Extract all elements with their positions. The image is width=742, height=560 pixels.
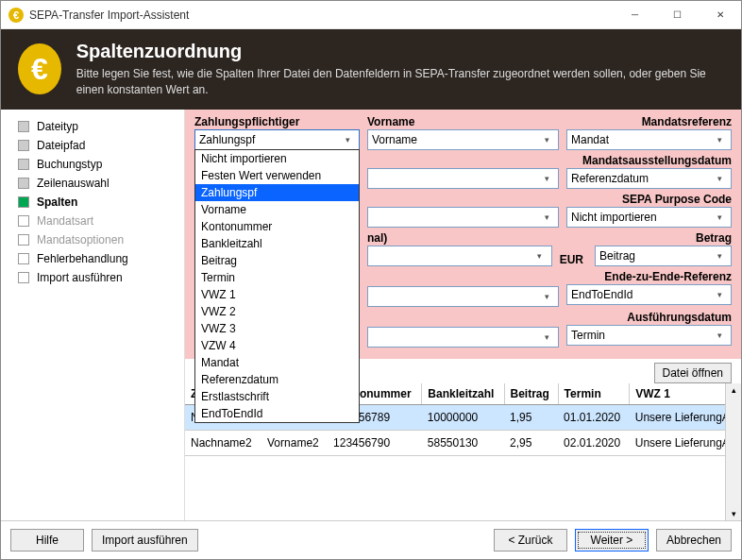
dropdown-option[interactable]: VZW 4 [195, 337, 359, 354]
col-beitrag[interactable]: Beitrag [504, 383, 558, 405]
run-import-button[interactable]: Import ausführen [92, 529, 198, 552]
step-dateityp[interactable]: Dateityp [37, 120, 177, 133]
euro-icon: € [18, 43, 61, 94]
wizard-steps: Dateityp Dateipfad Buchungstyp Zeilenaus… [1, 110, 185, 520]
chevron-down-icon: ▾ [539, 332, 554, 342]
dropdown-zahlungspflichtiger[interactable]: Nicht importierenFesten Wert verwendenZa… [194, 149, 360, 423]
label-ausfuehrungsdatum: Ausführungsdatum [566, 311, 732, 324]
maximize-button[interactable]: ☐ [656, 1, 699, 28]
col-vwz1[interactable]: VWZ 1 [630, 383, 741, 405]
dropdown-option[interactable]: Mandat [195, 354, 359, 371]
dropdown-option[interactable]: Nicht importieren [195, 150, 359, 167]
dropdown-option[interactable]: Referenzdatum [195, 371, 359, 388]
col-termin[interactable]: Termin [558, 383, 630, 405]
dropdown-option[interactable]: VWZ 1 [195, 286, 359, 303]
chevron-down-icon: ▾ [539, 212, 554, 222]
chevron-down-icon: ▾ [340, 135, 355, 144]
step-spalten[interactable]: Spalten [37, 195, 177, 209]
label-vorname: Vorname [367, 115, 559, 128]
combo-zahlungspflichtiger[interactable]: Zahlungspf ▾ [194, 129, 360, 150]
step-mandatsart: Mandatsart [37, 214, 177, 228]
combo-hidden-5[interactable]: ▾ [367, 327, 559, 348]
dropdown-option[interactable]: Festen Wert verwenden [195, 167, 359, 184]
chevron-down-icon: ▾ [712, 212, 727, 222]
chevron-down-icon: ▾ [712, 290, 727, 299]
label-mandatsausstellungsdatum: Mandatsausstellungsdatum [566, 154, 732, 167]
label-mandatsreferenz: Mandatsreferenz [566, 115, 732, 128]
close-button[interactable]: ✕ [699, 1, 741, 28]
chevron-down-icon: ▾ [712, 251, 727, 261]
chevron-down-icon: ▾ [712, 135, 727, 144]
step-dateipfad[interactable]: Dateipfad [37, 139, 177, 152]
dropdown-option[interactable]: Kontonummer [195, 218, 359, 235]
label-betrag: Betrag [595, 231, 732, 245]
dropdown-option[interactable]: Erstlastschrift [195, 388, 359, 405]
help-button[interactable]: Hilfe [10, 529, 84, 552]
step-import-ausfuehren[interactable]: Import ausführen [37, 271, 177, 284]
page-title: Spaltenzuordnung [76, 41, 724, 62]
dropdown-option[interactable]: Bankleitzahl [195, 235, 359, 252]
combo-vorname[interactable]: Vorname ▾ [367, 129, 559, 150]
dropdown-option[interactable]: EndToEndId [195, 405, 359, 422]
dropdown-option[interactable]: Zahlungspf [195, 184, 359, 201]
dropdown-option[interactable]: Beitrag [195, 252, 359, 269]
combo-mandatsausstellungsdatum[interactable]: Referenzdatum ▾ [566, 168, 732, 189]
dropdown-option[interactable]: Termin [195, 269, 359, 286]
label-ende-referenz: Ende-zu-Ende-Referenz [566, 270, 732, 283]
currency-label: EUR [560, 249, 587, 266]
combo-ende-referenz[interactable]: EndToEndId ▾ [566, 284, 732, 305]
combo-mandatsreferenz[interactable]: Mandat ▾ [566, 129, 732, 150]
combo-hidden-1[interactable]: ▾ [367, 168, 559, 189]
col-bankleitzahl[interactable]: Bankleitzahl [422, 383, 504, 405]
chevron-down-icon: ▾ [532, 251, 548, 261]
step-mandatsoptionen: Mandatsoptionen [37, 233, 177, 246]
dropdown-option[interactable]: VWZ 2 [195, 303, 359, 320]
combo-sepa-purpose[interactable]: Nicht importieren ▾ [566, 207, 732, 228]
combo-hidden-4[interactable]: ▾ [367, 286, 559, 307]
combo-ausfuehrungsdatum[interactable]: Termin ▾ [566, 325, 732, 346]
label-partial-nal: nal) [367, 231, 552, 245]
step-fehlerbehandlung[interactable]: Fehlerbehandlung [37, 252, 177, 265]
combo-betrag[interactable]: Beitrag ▾ [595, 246, 732, 266]
label-zahlungspflichtiger: Zahlungspflichtiger [194, 115, 360, 128]
table-row[interactable]: Nachname2 Vorname2 123456790 58550130 2,… [185, 430, 741, 455]
chevron-down-icon: ▾ [539, 292, 554, 301]
window-title: SEPA-Transfer Import-Assistent [29, 8, 614, 22]
scroll-up-icon[interactable]: ▴ [732, 383, 736, 397]
minimize-button[interactable]: ─ [614, 1, 656, 28]
dropdown-option[interactable]: VWZ 3 [195, 320, 359, 337]
app-icon: € [8, 8, 24, 23]
chevron-down-icon: ▾ [712, 331, 727, 340]
chevron-down-icon: ▾ [712, 174, 727, 183]
chevron-down-icon: ▾ [539, 174, 554, 183]
scrollbar[interactable]: ▴ ▾ [725, 383, 741, 520]
combo-hidden-2[interactable]: ▾ [367, 207, 559, 228]
scroll-down-icon[interactable]: ▾ [732, 507, 736, 520]
combo-hidden-3[interactable]: ▾ [367, 246, 552, 266]
step-buchungstyp[interactable]: Buchungstyp [37, 158, 177, 171]
back-button[interactable]: < Zurück [494, 529, 567, 552]
open-file-button[interactable]: Datei öffnen [654, 363, 733, 383]
step-zeilenauswahl[interactable]: Zeilenauswahl [37, 177, 177, 190]
page-subtitle: Bitte legen Sie fest, wie die Spalten Ih… [76, 66, 724, 98]
label-sepa-purpose: SEPA Purpose Code [566, 193, 732, 206]
cancel-button[interactable]: Abbrechen [656, 529, 732, 552]
chevron-down-icon: ▾ [539, 135, 554, 144]
dropdown-option[interactable]: Vorname [195, 201, 359, 218]
next-button[interactable]: Weiter > [575, 529, 649, 552]
